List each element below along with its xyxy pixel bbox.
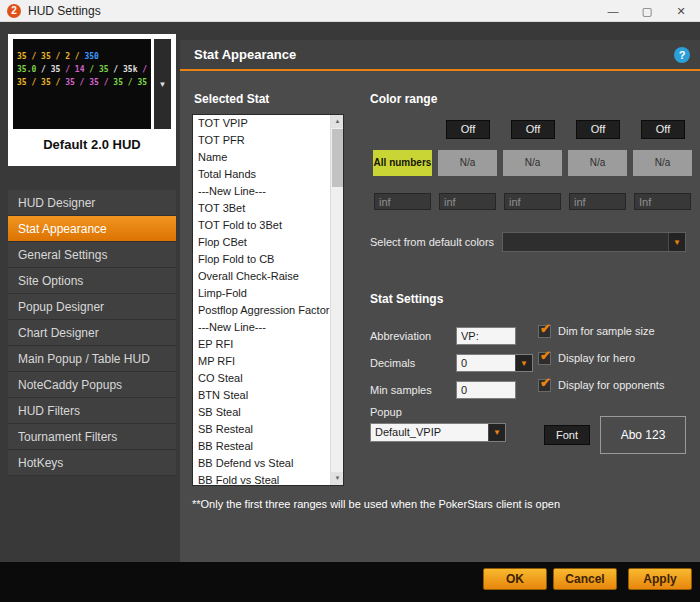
popup-select[interactable]: Default_VPIP ▼	[370, 423, 506, 442]
checkbox-row[interactable]: ✔ Display for opponents	[538, 378, 664, 392]
check-icon: ✔	[540, 375, 551, 390]
color-range-buttons-row: All numbers N/a N/a N/a N/a	[373, 150, 692, 176]
scroll-down-icon[interactable]: ▼	[331, 472, 344, 485]
color-range-button[interactable]: All numbers	[373, 150, 432, 176]
stat-list-item[interactable]: TOT PFR	[193, 132, 343, 149]
help-icon[interactable]: ?	[674, 47, 690, 63]
scrollbar-thumb[interactable]	[332, 129, 343, 187]
stat-list-item[interactable]: Flop CBet	[193, 234, 343, 251]
maximize-button[interactable]: ▢	[630, 0, 664, 22]
stat-list-item[interactable]: Postflop Aggression Factor	[193, 302, 343, 319]
stat-list-item[interactable]: BTN Steal	[193, 387, 343, 404]
sidebar-item[interactable]: HUD Filters	[8, 398, 176, 424]
hud-name: Default 2.0 HUD	[8, 137, 176, 152]
color-range-off-button[interactable]: Off	[446, 120, 490, 139]
cancel-button[interactable]: Cancel	[553, 568, 617, 590]
sidebar-item[interactable]: Site Options	[8, 268, 176, 294]
color-range-button[interactable]: N/a	[633, 150, 692, 176]
stat-list-item[interactable]: BB Defend vs Steal	[193, 455, 343, 472]
ok-button[interactable]: OK	[483, 568, 547, 590]
sidebar-menu: HUD Designer Stat Appearance General Set…	[8, 190, 176, 476]
decimals-select[interactable]: 0 ▼	[456, 354, 533, 372]
sidebar-item[interactable]: Tournament Filters	[8, 424, 176, 450]
abbreviation-input[interactable]	[456, 327, 516, 345]
stat-list-item[interactable]: BB Fold vs Steal	[193, 472, 343, 486]
footer-bar: OK Cancel Apply	[0, 562, 700, 602]
color-range-button[interactable]: N/a	[438, 150, 497, 176]
listbox-scrollbar[interactable]: ▲ ▼	[330, 115, 343, 485]
checkbox[interactable]: ✔	[538, 325, 551, 338]
stat-list-item[interactable]: SB Steal	[193, 404, 343, 421]
color-threshold-input[interactable]	[634, 193, 691, 210]
stat-list-item[interactable]: SB Resteal	[193, 421, 343, 438]
checkbox-label: Dim for sample size	[558, 325, 655, 337]
stat-list-item[interactable]: EP RFI	[193, 336, 343, 353]
sidebar-item[interactable]: HUD Designer	[8, 190, 176, 216]
window-controls: — ▢ ✕	[596, 0, 698, 22]
checkbox-label: Display for hero	[558, 352, 635, 364]
stat-list-item[interactable]: Flop Fold to CB	[193, 251, 343, 268]
minimize-button[interactable]: —	[596, 0, 630, 22]
checkbox[interactable]: ✔	[538, 379, 551, 392]
color-range-title: Color range	[370, 92, 437, 106]
stat-list-item[interactable]: CO Steal	[193, 370, 343, 387]
color-range-off-button[interactable]: Off	[576, 120, 620, 139]
stat-list-item[interactable]: Limp-Fold	[193, 285, 343, 302]
stat-list-item[interactable]: ---New Line---	[193, 319, 343, 336]
color-threshold-input[interactable]	[374, 193, 431, 210]
check-icon: ✔	[540, 348, 551, 363]
sidebar-item[interactable]: HotKeys	[8, 450, 176, 476]
hud-settings-window: 2 HUD Settings — ▢ ✕ 35 / 35 / 2 / 35035…	[0, 0, 700, 602]
sidebar-item[interactable]: Stat Appearance	[8, 216, 176, 242]
stat-list-item[interactable]: MP RFI	[193, 353, 343, 370]
sidebar-item[interactable]: Chart Designer	[8, 320, 176, 346]
color-threshold-row	[374, 193, 691, 210]
color-threshold-input[interactable]	[569, 193, 626, 210]
checkbox-row[interactable]: ✔ Dim for sample size	[538, 324, 664, 338]
pokerstars-footnote: **Only the first three ranges will be us…	[192, 498, 560, 510]
selected-stat-label: Selected Stat	[194, 92, 269, 106]
decimals-value: 0	[461, 355, 515, 371]
sidebar-item[interactable]: NoteCaddy Popups	[8, 372, 176, 398]
abbreviation-label: Abbreviation	[370, 330, 431, 342]
checkbox-row[interactable]: ✔ Display for hero	[538, 351, 664, 365]
stat-list-item[interactable]: Total Hands	[193, 166, 343, 183]
stat-settings-title: Stat Settings	[370, 292, 443, 306]
stat-list-item[interactable]: TOT VPIP	[193, 115, 343, 132]
app-logo-icon: 2	[7, 4, 21, 18]
color-range-off-button[interactable]: Off	[641, 120, 685, 139]
color-range-button[interactable]: N/a	[503, 150, 562, 176]
check-icon: ✔	[540, 321, 551, 336]
chevron-down-icon[interactable]: ▼	[515, 355, 532, 371]
color-threshold-input[interactable]	[504, 193, 561, 210]
page-title: Stat Appearance	[180, 40, 700, 71]
color-range-button[interactable]: N/a	[568, 150, 627, 176]
apply-button[interactable]: Apply	[628, 568, 692, 590]
font-button[interactable]: Font	[544, 425, 590, 445]
selected-stat-listbox[interactable]: ▲ ▼ TOT VPIP TOT PFR Name Total Hands --…	[192, 114, 344, 486]
chevron-down-icon[interactable]: ▼	[668, 233, 685, 251]
min-samples-label: Min samples	[370, 384, 432, 396]
stat-list-item[interactable]: ---New Line---	[193, 183, 343, 200]
color-threshold-input[interactable]	[439, 193, 496, 210]
scroll-up-icon[interactable]: ▲	[331, 115, 344, 128]
chevron-down-icon[interactable]: ▼	[488, 424, 505, 441]
stat-list-item[interactable]: Name	[193, 149, 343, 166]
checkbox[interactable]: ✔	[538, 352, 551, 365]
decimals-label: Decimals	[370, 357, 415, 369]
sidebar-item[interactable]: Main Popup / Table HUD	[8, 346, 176, 372]
sidebar-item[interactable]: General Settings	[8, 242, 176, 268]
main-panel: Stat Appearance ? Selected Stat ▲ ▼ TOT …	[180, 40, 700, 562]
popup-label: Popup	[370, 406, 402, 418]
hud-selector-dropdown-button[interactable]: ▼	[154, 39, 171, 129]
stat-list-item[interactable]: TOT Fold to 3Bet	[193, 217, 343, 234]
close-button[interactable]: ✕	[664, 0, 698, 22]
min-samples-input[interactable]	[456, 381, 516, 399]
stat-list-item[interactable]: TOT 3Bet	[193, 200, 343, 217]
stat-list-item[interactable]: BB Resteal	[193, 438, 343, 455]
stat-list-item[interactable]: Overall Check-Raise	[193, 268, 343, 285]
default-colors-select[interactable]: ▼	[502, 232, 686, 252]
sidebar-item[interactable]: Popup Designer	[8, 294, 176, 320]
color-range-off-button[interactable]: Off	[511, 120, 555, 139]
default-colors-label: Select from default colors	[370, 236, 494, 248]
